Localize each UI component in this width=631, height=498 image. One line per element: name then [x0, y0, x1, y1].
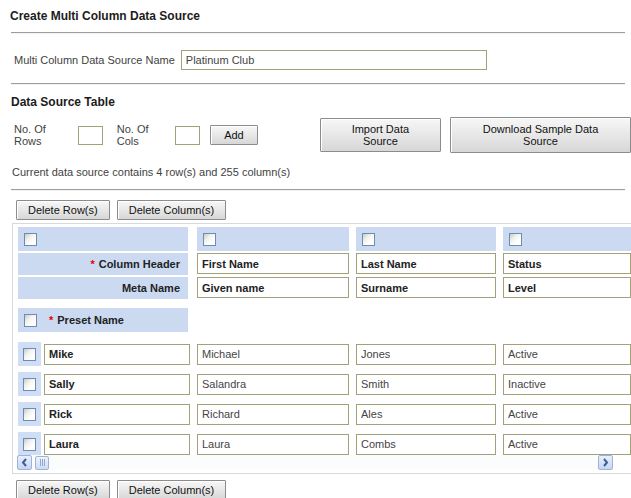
column-header-label-cell: * Column Header [18, 253, 188, 275]
cols-count-input[interactable] [175, 126, 200, 145]
grid-actions-bottom: Delete Row(s) Delete Column(s) [0, 474, 631, 498]
row-select-strip [18, 432, 41, 456]
preset-select-all-checkbox[interactable] [24, 314, 37, 327]
column-select-checkbox[interactable] [203, 233, 216, 246]
value-cell [356, 344, 496, 365]
add-button[interactable]: Add [210, 125, 258, 145]
cell-value-input[interactable] [503, 404, 631, 425]
chevron-right-icon [602, 458, 609, 467]
preset-cell [18, 342, 188, 366]
data-rows [18, 342, 631, 456]
preset-cell [18, 432, 188, 456]
column-select-checkbox[interactable] [509, 233, 522, 246]
table-row [18, 342, 631, 366]
preset-name-input[interactable] [44, 374, 190, 395]
chevron-left-icon [21, 458, 28, 467]
preset-name-input[interactable] [44, 434, 190, 455]
scroll-left-button[interactable] [17, 455, 32, 470]
value-cell [197, 344, 349, 365]
download-sample-data-source-button[interactable]: Download Sample Data Source [450, 117, 631, 153]
row-select-checkbox[interactable] [23, 438, 36, 451]
page-title: Create Multi Column Data Source [0, 0, 631, 23]
meta-name-cell [503, 277, 631, 299]
data-source-table-heading: Data Source Table [0, 85, 631, 109]
cell-value-input[interactable] [356, 404, 496, 425]
value-cell [503, 404, 631, 425]
column-select-cell [197, 227, 349, 251]
preset-name-row: * Preset Name [18, 308, 631, 332]
row-select-checkbox[interactable] [23, 348, 36, 361]
grid-actions-top: Delete Row(s) Delete Column(s) [0, 191, 631, 220]
preset-name-input[interactable] [44, 344, 190, 365]
column-header-cell [197, 253, 349, 275]
scroll-right-button[interactable] [598, 455, 613, 470]
cell-value-input[interactable] [356, 374, 496, 395]
rows-count-input[interactable] [78, 126, 103, 145]
preset-name-input[interactable] [44, 404, 190, 425]
column-header-input[interactable] [197, 253, 349, 274]
required-marker: * [49, 314, 53, 326]
value-cell [356, 434, 496, 455]
delete-columns-button-top[interactable]: Delete Column(s) [117, 200, 227, 220]
value-cell [197, 404, 349, 425]
meta-name-cell [356, 277, 496, 299]
table-row [18, 402, 631, 426]
preset-name-label: Preset Name [57, 314, 124, 326]
datasource-name-row: Multi Column Data Source Name [0, 34, 631, 70]
meta-name-label-cell: Meta Name [18, 277, 188, 299]
cell-value-input[interactable] [197, 374, 349, 395]
column-select-row [18, 227, 631, 251]
column-header-row: * Column Header [18, 253, 631, 275]
scrollbar-thumb[interactable] [35, 456, 49, 470]
preset-name-header-cell: * Preset Name [18, 308, 188, 332]
row-select-strip [18, 342, 41, 366]
column-header-label: Column Header [99, 258, 180, 270]
grid-size-controls: No. Of Rows No. Of Cols Add Import Data … [0, 109, 631, 153]
delete-columns-button-bottom[interactable]: Delete Column(s) [117, 480, 227, 498]
cols-count-label: No. Of Cols [117, 123, 171, 147]
datasource-name-input[interactable] [181, 50, 487, 70]
cell-value-input[interactable] [197, 434, 349, 455]
data-source-grid: * Column Header Meta Name * Preset Name [12, 223, 631, 474]
meta-name-input[interactable] [197, 277, 349, 298]
table-row [18, 432, 631, 456]
row-select-strip [18, 372, 41, 396]
meta-name-input[interactable] [356, 277, 496, 298]
cell-value-input[interactable] [503, 434, 631, 455]
cell-value-input[interactable] [503, 374, 631, 395]
meta-name-row: Meta Name [18, 277, 631, 299]
value-cell [503, 344, 631, 365]
column-header-input[interactable] [356, 253, 496, 274]
value-cell [503, 374, 631, 395]
cell-value-input[interactable] [197, 344, 349, 365]
row-select-checkbox[interactable] [23, 378, 36, 391]
preset-cell [18, 402, 188, 426]
column-header-input[interactable] [503, 253, 631, 274]
cell-value-input[interactable] [503, 344, 631, 365]
value-cell [197, 434, 349, 455]
delete-rows-button-top[interactable]: Delete Row(s) [16, 200, 110, 220]
value-cell [197, 374, 349, 395]
row-select-checkbox[interactable] [23, 408, 36, 421]
delete-rows-button-bottom[interactable]: Delete Row(s) [16, 480, 110, 498]
value-cell [356, 374, 496, 395]
datasource-name-label: Multi Column Data Source Name [14, 54, 175, 66]
select-all-checkbox[interactable] [24, 233, 37, 246]
cell-value-input[interactable] [356, 434, 496, 455]
cell-value-input[interactable] [356, 344, 496, 365]
meta-name-cell [197, 277, 349, 299]
select-all-cell [18, 227, 188, 251]
column-select-checkbox[interactable] [362, 233, 375, 246]
column-select-cell [356, 227, 496, 251]
import-data-source-button[interactable]: Import Data Source [320, 118, 441, 152]
cell-value-input[interactable] [197, 404, 349, 425]
column-header-cell [356, 253, 496, 275]
row-select-strip [18, 402, 41, 426]
meta-name-input[interactable] [503, 277, 631, 298]
rows-count-label: No. Of Rows [14, 123, 74, 147]
meta-name-label: Meta Name [122, 282, 180, 294]
required-marker: * [90, 258, 94, 270]
table-row [18, 372, 631, 396]
value-cell [356, 404, 496, 425]
value-cell [503, 434, 631, 455]
